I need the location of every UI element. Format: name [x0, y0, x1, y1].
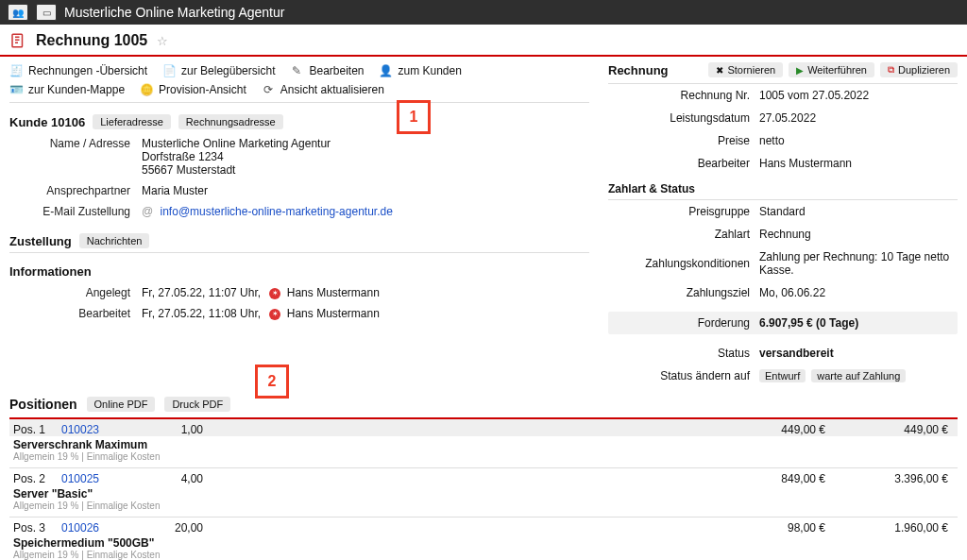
- link-to-customer[interactable]: 👤 zum Kunden: [380, 64, 462, 77]
- position-name: Server "Basic": [9, 485, 958, 501]
- status-pill-wait-payment[interactable]: warte auf Zahlung: [811, 369, 906, 382]
- coins-icon: 🪙: [140, 83, 153, 96]
- id-card-icon: 🪪: [9, 83, 23, 96]
- positions-title: Positionen: [9, 397, 77, 412]
- position-row: Pos. 1 010023 1,00 449,00 € 449,00 €: [9, 419, 958, 436]
- kv-payment-conditions: ZahlungskonditionenZahlung per Rechnung:…: [608, 246, 958, 281]
- title-bar: Rechnung 1005 ☆: [0, 25, 967, 57]
- invoice-icon: [9, 32, 26, 49]
- position-note: Allgemein 19 % | Einmalige Kosten: [9, 550, 958, 560]
- kv-email: E-Mail Zustellung @ info@musterliche-onl…: [9, 201, 589, 222]
- card-icon: ▭: [42, 8, 51, 18]
- sku-link[interactable]: 010025: [61, 472, 99, 485]
- kv-name-address: Name / Adresse Musterliche Online Market…: [9, 133, 589, 180]
- page-title: Rechnung 1005: [36, 32, 147, 49]
- pencil-icon: ✎: [290, 64, 303, 77]
- kv-editor: BearbeiterHans Mustermann: [608, 152, 958, 175]
- user-badge-icon: ✶: [269, 288, 280, 299]
- kv-prices: Preisenetto: [608, 129, 958, 152]
- top-bar: 👥 ▭ Musterliche Online Marketing Agentur: [0, 0, 967, 25]
- at-icon: @: [142, 205, 153, 218]
- x-icon: ✖: [716, 65, 723, 76]
- position-note: Allgemein 19 % | Einmalige Kosten: [9, 501, 958, 517]
- annotation-1: 1: [397, 100, 431, 134]
- list-icon: 🧾: [9, 64, 23, 77]
- favorite-star-icon[interactable]: ☆: [157, 34, 168, 48]
- customer-heading: Kunde 10106: [9, 115, 85, 129]
- rc-heading-row: Rechnung ✖Stornieren ▶Weiterführen ⧉Dupl…: [608, 62, 958, 83]
- position-name: Serverschrank Maximum: [9, 436, 958, 451]
- link-document-overview[interactable]: 📄 zur Belegübersicht: [162, 64, 275, 77]
- position-row: Pos. 2 010025 4,00 849,00 € 3.396,00 €: [9, 468, 958, 485]
- pill-delivery-address[interactable]: Lieferadresse: [93, 114, 171, 129]
- pill-online-pdf[interactable]: Online PDF: [87, 397, 156, 412]
- annotation-2: 2: [255, 365, 289, 399]
- copy-icon: ⧉: [888, 64, 894, 76]
- kv-status-change: Status ändern auf Entwurf warte auf Zahl…: [608, 365, 958, 387]
- subhead-payment-status: Zahlart & Status: [608, 175, 958, 199]
- btn-duplicate-invoice[interactable]: ⧉Duplizieren: [880, 62, 958, 77]
- link-edit[interactable]: ✎ Bearbeiten: [290, 64, 364, 77]
- kv-payment-target: ZahlungszielMo, 06.06.22: [608, 281, 958, 304]
- position-row: Pos. 3 010026 20,00 98,00 € 1.960,00 €: [9, 518, 958, 535]
- folder-icon: 📄: [162, 64, 176, 77]
- link-customer-folder[interactable]: 🪪 zur Kunden-Mappe: [9, 83, 125, 96]
- section-customer: Kunde 10106 Lieferadresse Rechnungsadres…: [9, 109, 589, 133]
- link-commission-view[interactable]: 🪙 Provision-Ansicht: [140, 83, 246, 96]
- toolbar-row-2: 🪪 zur Kunden-Mappe 🪙 Provision-Ansicht ⟳…: [9, 81, 589, 102]
- kv-status: Statusversandbereit: [608, 342, 958, 365]
- section-delivery: Zustellung Nachrichten: [9, 228, 589, 252]
- user-badge-icon: ✶: [269, 309, 280, 320]
- person-icon: 👤: [380, 64, 393, 77]
- position-note: Allgemein 19 % | Einmalige Kosten: [9, 451, 958, 467]
- customer-address-value: Musterliche Online Marketing Agentur Dor…: [142, 137, 589, 177]
- kv-created: Angelegt Fr, 27.05.22, 11:07 Uhr, ✶ Hans…: [9, 282, 589, 303]
- customer-email-link[interactable]: info@musterliche-online-marketing-agentu…: [161, 205, 393, 218]
- kv-invoice-nr: Rechnung Nr.1005 vom 27.05.2022: [608, 84, 958, 107]
- btn-continue-invoice[interactable]: ▶Weiterführen: [789, 62, 874, 77]
- kv-contact: Ansprechpartner Maria Muster: [9, 180, 589, 201]
- position-name: Speichermedium "500GB": [9, 535, 958, 550]
- rc-title: Rechnung: [608, 63, 669, 77]
- kv-service-date: Leistungsdatum27.05.2022: [608, 107, 958, 129]
- topbar-users-button[interactable]: 👥: [8, 4, 28, 21]
- btn-cancel-invoice[interactable]: ✖Stornieren: [708, 62, 783, 77]
- kv-price-group: PreisgruppeStandard: [608, 200, 958, 223]
- status-pill-draft[interactable]: Entwurf: [759, 369, 806, 382]
- pill-billing-address[interactable]: Rechnungsadresse: [178, 114, 283, 129]
- pill-print-pdf[interactable]: Druck PDF: [164, 397, 230, 412]
- kv-claim: Forderung6.907,95 € (0 Tage): [608, 312, 958, 334]
- kv-payment-type: ZahlartRechnung: [608, 223, 958, 246]
- sku-link[interactable]: 010026: [61, 521, 99, 535]
- users-icon: 👥: [12, 8, 24, 18]
- link-refresh-view[interactable]: ⟳ Ansicht aktualisieren: [262, 83, 384, 96]
- kv-edited: Bearbeitet Fr, 27.05.22, 11:08 Uhr, ✶ Ha…: [9, 303, 589, 324]
- positions-heading-row: Positionen Online PDF Druck PDF: [9, 387, 958, 416]
- refresh-icon: ⟳: [262, 83, 275, 96]
- section-info: Informationen: [9, 259, 589, 282]
- sku-link[interactable]: 010023: [61, 423, 99, 436]
- topbar-card-button[interactable]: ▭: [36, 4, 57, 21]
- link-invoices-overview[interactable]: 🧾 Rechnungen -Übersicht: [9, 64, 147, 77]
- topbar-title: Musterliche Online Marketing Agentur: [64, 5, 284, 20]
- play-icon: ▶: [796, 65, 804, 76]
- toolbar-row-1: 🧾 Rechnungen -Übersicht 📄 zur Belegübers…: [9, 62, 589, 81]
- pill-messages[interactable]: Nachrichten: [79, 233, 150, 248]
